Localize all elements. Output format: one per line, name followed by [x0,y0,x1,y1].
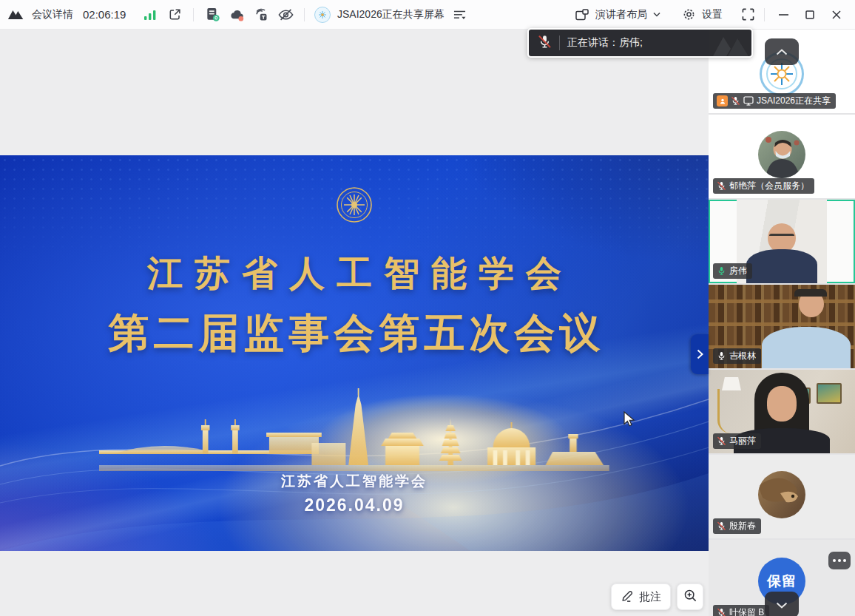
slide-title-line2: 第二届监事会第五次会议 [0,306,709,361]
participant-name: 房伟 [729,265,747,277]
layout-icon [573,6,591,24]
close-button[interactable] [825,5,848,24]
mic-muted-icon [731,96,740,106]
gear-icon[interactable] [680,6,697,24]
participant-tile[interactable]: 吉根林 [709,285,855,368]
participant-name-tag: 郁艳萍（会员服务） [713,178,814,194]
speaking-names: 房伟; [619,36,643,48]
participant-tile-speaking[interactable]: 房伟 [709,200,855,283]
network-signal-icon [141,6,159,24]
participant-name: 吉根林 [729,350,756,362]
participant-tile[interactable]: 郁艳萍（会员服务） [709,115,855,198]
skyline-graphic [99,388,609,471]
mic-muted-icon [717,608,726,616]
participant-avatar [758,131,805,178]
zoom-in-icon [683,589,697,605]
layout-selector-button[interactable]: 演讲者布局 [595,8,647,21]
app-logo-icon [7,6,25,24]
presentation-slide: 江苏省人工智能学会 第二届监事会第五次会议 [0,155,709,551]
participant-tile[interactable]: 马丽萍 [709,370,855,453]
screen-share-icon [743,96,754,106]
slide-footer-org: 江苏省人工智能学会 [0,472,709,491]
live-caption-icon[interactable] [252,6,270,24]
participant-name-tag: 叶保留 B [713,605,769,616]
participant-name-tag: 吉根林 [713,348,761,364]
participant-name: 殷新春 [729,520,756,532]
minimize-button[interactable] [772,5,794,24]
annotate-label: 批注 [639,590,661,604]
participant-name: JSAI2026正在共享 [757,95,831,107]
speaking-toast: 正在讲话：房伟; [527,28,753,58]
avatar-initials: 保留 [767,572,797,591]
share-indicator-logo-icon [314,7,331,23]
mic-muted-icon [717,181,726,191]
meeting-timer: 02:06:19 [83,8,135,21]
wall-painting [817,383,842,404]
emblem-icon [336,186,373,226]
meeting-details-button[interactable]: 会议详情 [32,8,73,21]
zoom-in-button[interactable] [677,583,703,610]
chevron-down-icon[interactable] [652,6,662,24]
participant-name-tag: 马丽萍 [713,433,761,449]
mic-muted-icon [717,436,726,446]
record-file-icon[interactable] [203,6,221,24]
mic-muted-icon [717,521,726,531]
participants-sidebar: JSAI2026正在共享 郁艳萍（会员服务） [709,30,855,616]
hide-view-icon[interactable] [277,6,294,24]
fullscreen-icon[interactable] [739,6,757,24]
participant-name: 马丽萍 [729,435,756,447]
glasses [769,234,794,239]
participant-name: 叶保留 B [729,606,764,616]
topbar: 会议详情 02:06:19 [0,0,855,30]
meeting-window: 会议详情 02:06:19 [0,0,855,616]
settings-button[interactable]: 设置 [702,8,723,21]
sharing-status-text: JSAI2026正在共享屏幕 [337,8,445,21]
participant-name-tag: JSAI2026正在共享 [713,93,836,109]
participant-name-tag: 房伟 [713,263,752,279]
host-badge-icon [717,95,728,106]
mic-muted-icon [538,35,552,52]
open-external-icon[interactable] [166,6,183,24]
more-options-button[interactable] [828,552,851,569]
slide-title-line1: 江苏省人工智能学会 [0,250,709,297]
annotate-button[interactable]: 批注 [611,583,671,610]
mouse-cursor-icon [623,411,635,430]
collapse-sidebar-button[interactable] [765,38,799,65]
mic-on-icon [717,351,726,361]
annotate-pen-icon [621,589,635,605]
scroll-down-button[interactable] [765,592,799,616]
speaking-label: 正在讲话： [567,36,619,48]
hair [794,289,827,297]
participant-name-tag: 殷新春 [713,518,761,534]
share-options-icon[interactable] [451,6,469,24]
maximize-button[interactable] [799,5,821,24]
sidebar-expand-handle[interactable] [691,334,709,374]
slide-footer-date: 2026.04.09 [0,495,709,515]
participant-avatar [758,471,805,518]
mic-active-icon [717,266,726,276]
participant-name: 郁艳萍（会员服务） [729,180,809,192]
lamp-stem [717,389,734,433]
shared-screen-area: 江苏省人工智能学会 第二届监事会第五次会议 [0,30,709,616]
watermark-logo-icon [710,31,753,58]
participant-tile[interactable]: 殷新春 [709,455,855,538]
cloud-status-icon[interactable] [228,6,246,24]
